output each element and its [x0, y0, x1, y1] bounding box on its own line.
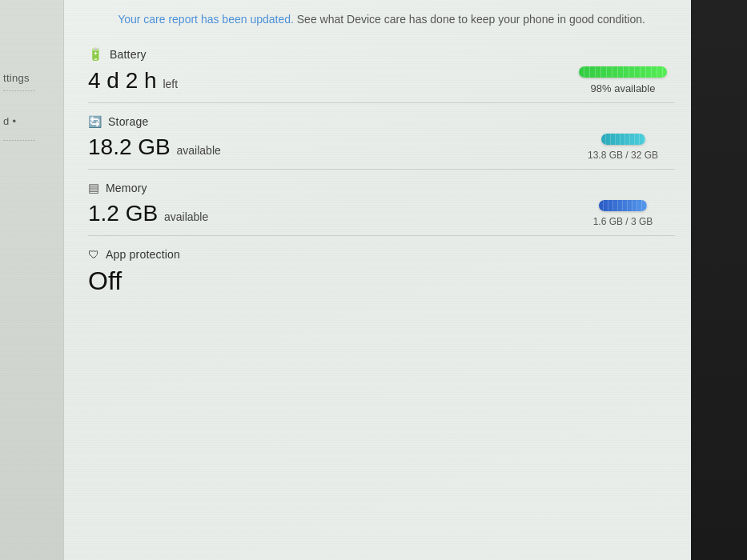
storage-icon: [88, 114, 102, 129]
memory-section[interactable]: Memory 1.2 GB available 1.6 GB / 3 GB: [88, 170, 675, 236]
sidebar-item-text: d •: [3, 115, 16, 127]
storage-section[interactable]: Storage 18.2 GB available 13.8 GB / 32 G…: [88, 103, 675, 170]
storage-detail-label: 13.8 GB / 32 GB: [588, 150, 658, 161]
app-protection-icon: [88, 247, 99, 262]
storage-value: 18.2 GB available: [88, 134, 221, 161]
memory-amount: 1.2 GB: [88, 201, 158, 226]
memory-sub: available: [164, 210, 208, 223]
storage-title: Storage: [108, 115, 148, 128]
storage-gauge: 13.8 GB / 32 GB: [571, 134, 675, 161]
storage-amount: 18.2 GB: [88, 134, 171, 159]
notification-body: See what Device care has done to keep yo…: [297, 13, 645, 26]
sidebar-settings-text: ttings: [3, 72, 30, 84]
memory-detail-label: 1.6 GB / 3 GB: [593, 216, 653, 227]
sidebar: ttings d •: [0, 0, 64, 560]
memory-title: Memory: [106, 182, 147, 194]
memory-progress-bar: [599, 200, 647, 211]
battery-icon: [88, 47, 103, 62]
battery-time: 4 d 2 h: [88, 68, 157, 93]
notification-banner[interactable]: Your care report has been updated. See w…: [88, 0, 675, 36]
battery-section[interactable]: Battery 4 d 2 h left 98% available: [88, 36, 675, 103]
right-panel: [691, 0, 747, 560]
sidebar-divider-2: [3, 140, 35, 141]
app-protection-title: App protection: [106, 248, 180, 261]
battery-percent-label: 98% available: [591, 82, 656, 94]
memory-icon: [88, 181, 99, 195]
sidebar-divider-1: [3, 90, 35, 91]
battery-gauge: 98% available: [571, 66, 675, 94]
battery-sub: left: [163, 78, 178, 90]
storage-sub: available: [177, 144, 221, 157]
memory-value: 1.2 GB available: [88, 200, 208, 227]
battery-progress-bar: [579, 66, 667, 78]
battery-value: 4 d 2 h left: [88, 67, 178, 94]
app-protection-section[interactable]: App protection Off: [88, 236, 675, 304]
storage-progress-bar: [601, 134, 645, 145]
memory-gauge: 1.6 GB / 3 GB: [571, 200, 675, 227]
battery-title: Battery: [110, 48, 147, 61]
app-protection-value: Off: [88, 266, 675, 296]
main-content: Your care report has been updated. See w…: [64, 0, 691, 560]
notification-link[interactable]: Your care report has been updated.: [118, 13, 294, 26]
